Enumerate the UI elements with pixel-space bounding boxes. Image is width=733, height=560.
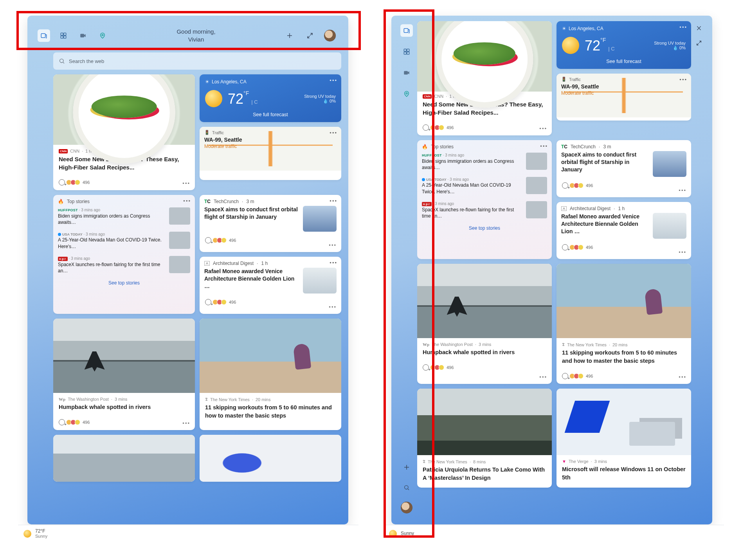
more-icon[interactable]: ••• [330, 260, 337, 266]
forecast-link[interactable]: See full forecast [557, 56, 691, 69]
svg-point-15 [405, 486, 408, 489]
svg-rect-0 [41, 34, 45, 38]
svg-rect-11 [404, 52, 406, 54]
widgets-panel-expanded: Good morning, Vivian Search the web [27, 16, 348, 524]
add-widget-button[interactable] [400, 461, 413, 474]
news-icon[interactable] [400, 24, 413, 37]
taskbar: Sunny [384, 525, 724, 542]
card-image [53, 74, 195, 145]
svg-point-7 [60, 59, 63, 63]
svg-rect-3 [61, 36, 63, 38]
taskbar-weather[interactable]: Sunny [401, 531, 414, 536]
more-icon[interactable]: ••• [182, 180, 190, 186]
news-icon[interactable] [38, 29, 50, 42]
top-stories-card[interactable]: 🔥Top stories ••• HUFFPOST · 3 mins agoBi… [53, 195, 195, 314]
news-card-archdigest[interactable]: AArchitectural Digest · 1 h ••• Rafael M… [200, 257, 341, 314]
list-item[interactable]: npr · 3 mins agoSpaceX launches re-flown… [417, 198, 552, 222]
svg-rect-13 [404, 71, 408, 75]
expand-icon[interactable] [304, 29, 316, 42]
top-stories-card[interactable]: 🔥Top stories ••• HUFFPOST · 3 mins agoBi… [417, 140, 552, 259]
weather-card[interactable]: ••• ☀︎Los Angeles, CA 72°F| C Strong UV … [200, 74, 341, 122]
card-image [53, 319, 195, 393]
news-card-urquiola[interactable]: 𝕿The New York Times · 8 mins Patricia Ur… [417, 389, 552, 488]
list-item[interactable]: HUFFPOST · 3 mins agoBiden signs immigra… [53, 204, 195, 229]
svg-rect-10 [407, 49, 409, 51]
news-card-workout[interactable]: 𝕿The New York Times · 20 mins 11 skippin… [200, 319, 341, 430]
sun-icon [562, 37, 579, 54]
search-placeholder: Search the web [69, 58, 104, 64]
search-icon [59, 58, 65, 64]
more-icon[interactable]: ••• [539, 126, 547, 131]
list-item[interactable]: USA TODAY · 3 mins agoA 25-Year-Old Neva… [53, 229, 195, 253]
more-icon[interactable]: ••• [330, 130, 337, 136]
greeting-title: Good morning, Vivian [109, 28, 283, 44]
video-icon[interactable] [77, 29, 89, 42]
sun-icon [389, 530, 397, 538]
avatar[interactable] [401, 502, 412, 513]
svg-rect-12 [407, 52, 409, 54]
search-input[interactable]: Search the web [53, 52, 341, 70]
widgets-icon[interactable] [57, 29, 70, 42]
reactions-row[interactable]: 496 [53, 177, 195, 190]
news-card-cut[interactable] [53, 435, 195, 482]
news-card-techcrunch[interactable]: TCTechCrunch · 3 m SpaceX aims to conduc… [557, 140, 691, 197]
more-icon[interactable]: ••• [182, 420, 190, 426]
side-rail-bottom [398, 461, 416, 513]
traffic-card[interactable]: 🚦Traffic WA-99, Seattle Moderate traffic… [557, 74, 691, 121]
sun-icon [205, 90, 222, 107]
news-card-lunch[interactable]: CNNCNN · 1 h Need Some New Lunch Ideas? … [417, 21, 552, 135]
svg-point-14 [406, 93, 407, 94]
search-icon[interactable] [400, 481, 413, 494]
news-card-workout[interactable]: 𝕿The New York Times · 20 mins 11 skippin… [557, 264, 691, 384]
svg-rect-4 [64, 36, 66, 38]
more-icon[interactable]: ••• [679, 187, 686, 193]
side-rail [398, 24, 416, 100]
more-icon[interactable]: ••• [183, 198, 191, 204]
add-widget-button[interactable] [283, 29, 296, 42]
map-pin-icon[interactable] [400, 88, 413, 100]
list-item[interactable]: USA TODAY · 3 mins agoA 25-Year-Old Neva… [417, 174, 552, 198]
more-icon[interactable]: ••• [330, 198, 337, 204]
close-icon[interactable] [693, 23, 704, 34]
list-item[interactable]: npr · 3 mins agoSpaceX launches re-flown… [53, 253, 195, 277]
news-card-lunch[interactable]: CNNCNN · 1 h Need Some New Lunch Ideas? … [53, 74, 195, 190]
svg-rect-9 [404, 49, 406, 51]
svg-rect-8 [404, 29, 408, 33]
more-icon[interactable]: ••• [679, 77, 687, 83]
more-icon[interactable]: ••• [539, 374, 547, 380]
taskbar: 72°FSunny [18, 525, 358, 542]
svg-rect-5 [80, 34, 84, 38]
widgets-icon[interactable] [400, 45, 413, 58]
card-image [200, 319, 341, 393]
sun-icon [23, 530, 31, 538]
list-item[interactable]: HUFFPOST · 3 mins agoBiden signs immigra… [417, 149, 552, 174]
svg-rect-2 [64, 33, 66, 35]
news-card-whale[interactable]: WpThe Washington Post · 3 mins Humpback … [53, 319, 195, 430]
weather-card[interactable]: ••• ☀︎Los Angeles, CA 72°F| C Strong UV … [557, 21, 691, 69]
avatar[interactable] [324, 30, 336, 41]
more-icon[interactable]: ••• [679, 374, 686, 380]
more-icon[interactable]: ••• [540, 143, 548, 149]
taskbar-weather[interactable]: 72°FSunny [35, 528, 47, 539]
map-pin-icon[interactable] [96, 29, 109, 42]
more-icon[interactable]: ••• [679, 249, 686, 255]
news-card-techcrunch[interactable]: TCTechCrunch · 3 m ••• SpaceX aims to co… [200, 195, 341, 252]
video-icon[interactable] [400, 67, 413, 79]
traffic-card[interactable]: 🚦Traffic WA-99, Seattle Moderate traffic… [200, 127, 341, 180]
see-top-stories-link[interactable]: See top stories [53, 277, 195, 290]
more-icon[interactable]: ••• [329, 304, 337, 310]
greeting-bar: Good morning, Vivian [31, 20, 341, 51]
news-card-archdigest[interactable]: AArchitectural Digest · 1 h Rafael Moneo… [557, 202, 691, 259]
forecast-link[interactable]: See full forecast [200, 110, 341, 122]
traffic-icon: 🚦 [204, 130, 210, 135]
expand-icon[interactable] [693, 38, 704, 49]
svg-rect-1 [61, 33, 63, 35]
news-card-whale[interactable]: WpThe Washington Post · 3 mins Humpback … [417, 264, 552, 384]
more-icon[interactable]: ••• [329, 242, 337, 248]
svg-point-6 [102, 34, 103, 36]
add-reaction-icon[interactable] [59, 179, 65, 185]
widgets-panel-collapsed: CNNCNN · 1 h Need Some New Lunch Ideas? … [391, 16, 712, 524]
news-card-cut[interactable] [200, 435, 341, 482]
see-top-stories-link[interactable]: See top stories [417, 222, 552, 236]
news-card-verge[interactable]: ▼The Verge · 3 mins Microsoft will relea… [557, 389, 691, 488]
